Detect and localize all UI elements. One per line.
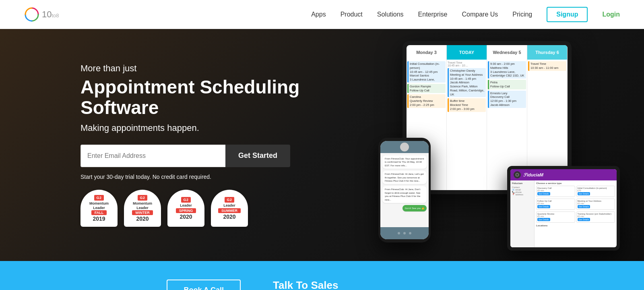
ipad-screen: ℱiduciaM Fiduciam Contact📧 email📞 phone📍… [510,169,617,247]
logo-icon [24,7,39,22]
nav-item-apps[interactable]: Apps [311,11,326,18]
message-bubble: From FitnessClub: Hi Jane, Let's get fit… [382,171,427,184]
svg-point-2 [516,174,518,176]
email-row: Get Started [80,145,306,167]
ipad-service: Quarterly Review £0 min See Details [536,211,575,223]
banner-text: Talk To Sales Book a call with our Sales… [273,279,477,290]
cal-event: Buffer timeBlocked Time2:00 pm - 3:00 pm [448,98,486,112]
badge-spring-2020: G2 Leader SPRING 2020 [167,190,204,227]
ipad-brand-text: ℱiduciaM [523,172,543,178]
ipad-service: Training Session (pm Stakeholder) £0 min… [576,211,615,223]
message-bubble: From FitnessClub: Your appointment is co… [382,155,427,169]
ipad-header: ℱiduciaM [510,169,617,180]
logo-text: 10to8 [42,9,59,20]
logo[interactable]: 10to8 [24,7,59,22]
cal-event: PetraFollow-Up Call [488,80,526,89]
cal-event: Travel Time10:30 am - 11:00 am [528,61,566,71]
message-bubble-reply: Got it! See you 👍 [402,205,427,211]
cal-event: Gordon RampleFollow-Up Call [407,84,446,93]
signup-button[interactable]: Signup [547,7,588,22]
hero-devices: Monday 3 TODAY Wednesday 5 Thursday 6 In… [378,41,620,251]
ipad-service: Discovery Call £0 min See Details [536,186,575,197]
cal-event: 9:30 am - 2:00 pmMatthew Hills3 Laundres… [488,61,526,79]
ipad-sidebar: Fiduciam Contact📧 email📞 phone📍 address [510,180,535,247]
ipad-service: Meeting at Your Address £0 min See Detai… [576,199,615,210]
ipad-service-row: Follow Up Call £0 min See Details Meetin… [536,199,615,210]
cal-day-thu: Thursday 6 [527,45,568,60]
nav-item-solutions[interactable]: Solutions [377,11,404,18]
banner-title: Talk To Sales [273,279,477,290]
cal-event: Initial Consultation (in-person)10:45 am… [407,61,446,83]
badges: G2 MomentumLeader FALL 2019 G2 MomentumL… [80,190,306,227]
hero-section: More than just Appointment Scheduling So… [0,29,644,261]
login-button[interactable]: Login [602,11,620,18]
nav-item-compare[interactable]: Compare Us [462,11,498,18]
hero-content: More than just Appointment Scheduling So… [0,63,306,226]
cal-day-wed: Wednesday 5 [487,45,527,60]
hero-subtitle: More than just [80,63,306,74]
ipad-main: Choose a service type Discovery Call £0 … [535,180,617,247]
ipad-service-row: Discovery Call £0 min See Details Initia… [536,186,615,197]
badge-summer-2020: G2 Leader SUMMER 2020 [211,190,248,227]
phone-device: From FitnessClub: Your appointment is co… [378,138,431,242]
badge-winter-2020: G2 MomentumLeader WINTER 2020 [124,190,161,227]
ipad-device: ℱiduciaM Fiduciam Contact📧 email📞 phone📍… [507,166,620,251]
phone-bottom-bar [380,227,429,239]
nav-item-product[interactable]: Product [341,11,363,18]
message-bubble: From FitnessClub: Hi Jane, Don't forget … [382,186,427,203]
calendar-header: Monday 3 TODAY Wednesday 5 Thursday 6 [407,45,568,60]
navbar: 10to8 Apps Product Solutions Enterprise … [0,0,644,29]
ipad-service: Initial Consultation (in-person) £70 See… [576,186,615,197]
phone-messages: From FitnessClub: Your appointment is co… [380,153,429,227]
ipad-service: Follow Up Call £0 min See Details [536,199,575,210]
badge-fall-2019: G2 MomentumLeader FALL 2019 [80,190,118,227]
book-call-button[interactable]: Book A Call [167,280,241,290]
nav-item-pricing[interactable]: Pricing [512,11,532,18]
cal-event: Christopher DandyMeeting at Your Address… [448,68,486,97]
cal-day-mon: Monday 3 [407,45,447,60]
phone-screen: From FitnessClub: Your appointment is co… [380,141,429,239]
ipad-body: Fiduciam Contact📧 email📞 phone📍 address … [510,180,617,247]
bottom-banner: Book A Call Talk To Sales Book a call wi… [0,261,644,290]
cal-col-today: Travel Time10:45 am - 10:... Christopher… [447,60,487,190]
ipad-logo [514,171,521,178]
cal-day-today: TODAY [447,45,487,60]
cal-event: CarolinaQuarterly Review2:00 pm - 2:25 p… [407,94,446,108]
hero-title: Appointment Scheduling Software [80,77,306,118]
cal-event: Ernesto LaryDiscovery Call12:00 pm - 1:3… [488,91,526,108]
phone-top-bar [380,141,429,153]
hero-description: Making appointments happen. [80,123,306,133]
nav-item-enterprise[interactable]: Enterprise [418,11,448,18]
get-started-button[interactable]: Get Started [225,145,290,167]
trial-text: Start your 30-day trial today. No credit… [80,174,306,180]
email-input[interactable] [80,145,225,167]
ipad-service-row: Quarterly Review £0 min See Details Trai… [536,211,615,223]
avatar [400,143,409,151]
nav-links: Apps Product Solutions Enterprise Compar… [311,7,620,22]
